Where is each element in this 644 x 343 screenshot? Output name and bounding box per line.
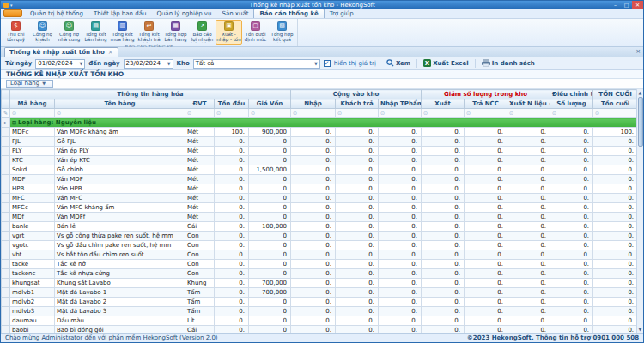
grid-cell[interactable]: 0. — [550, 128, 593, 137]
grid-cell[interactable]: 0. — [422, 307, 465, 316]
close-button[interactable]: ✕ — [632, 1, 643, 9]
grid-cell[interactable]: 0. — [336, 137, 379, 147]
grid-cell[interactable]: 0. — [422, 288, 465, 298]
grid-cell[interactable]: 0. — [379, 260, 422, 269]
grid-cell[interactable]: 0. — [379, 326, 422, 334]
grid-cell[interactable]: 0. — [336, 222, 379, 232]
menu-tab-4[interactable]: Báo cáo thống kê — [253, 9, 324, 18]
grid-cell[interactable]: Ván MDF — [55, 175, 185, 184]
grid-cell[interactable]: Vs bắt tôn đầu chìm ren suốt — [55, 250, 185, 260]
grid-cell[interactable]: 0. — [336, 241, 379, 250]
grid-cell[interactable]: vgotc — [10, 241, 55, 250]
grid-cell[interactable]: 0. — [465, 260, 507, 269]
grid-cell[interactable]: 0. — [465, 232, 507, 241]
grid-cell[interactable]: 0. — [465, 165, 507, 175]
grid-cell[interactable]: 0 — [249, 156, 291, 165]
grid-cell[interactable]: 0. — [422, 194, 465, 203]
grid-cell[interactable]: Con — [185, 260, 215, 269]
grid-cell[interactable]: Cái — [185, 222, 215, 232]
grid-cell[interactable]: 0. — [215, 250, 249, 260]
column-header[interactable]: Mã hàng — [10, 99, 55, 109]
grid-cell[interactable]: Mét — [185, 175, 215, 184]
filter-cell[interactable]: ⊙ — [55, 109, 185, 118]
grid-cell[interactable]: Con — [185, 269, 215, 279]
grid-cell[interactable]: 0. — [550, 222, 593, 232]
grid-cell[interactable]: 0. — [379, 175, 422, 184]
grid-cell[interactable]: 0. — [422, 269, 465, 279]
column-header[interactable]: Nhập TPhẩm ... — [379, 99, 422, 109]
grid-cell[interactable]: Mặt đá Lavabo 2 — [55, 298, 185, 307]
grid-cell[interactable]: 0 — [249, 213, 291, 222]
grid-cell[interactable]: vgrt — [10, 232, 55, 241]
grid-cell[interactable]: 0. — [291, 128, 336, 137]
grid-cell[interactable]: 0. — [336, 307, 379, 316]
grid-cell[interactable]: 0. — [422, 128, 465, 137]
grid-cell[interactable]: 0. — [422, 316, 465, 326]
grid-cell[interactable]: Tấm — [185, 288, 215, 298]
grid-cell[interactable]: 0 — [249, 137, 291, 147]
group-header-cell[interactable]: Điều chỉnh tồn — [550, 90, 593, 99]
grid-cell[interactable]: 0. — [465, 203, 507, 213]
document-tab-active[interactable]: Thống kê nhập xuất tồn kho × — [4, 47, 118, 57]
grid-cell[interactable]: 0 — [249, 194, 291, 203]
ribbon-button[interactable]: ☺Công nợ khách hàng — [29, 20, 56, 45]
grid-cell[interactable]: 0. — [291, 147, 336, 156]
grid-cell[interactable]: 0. — [422, 326, 465, 334]
column-header[interactable]: Tồn cuối — [593, 99, 638, 109]
menu-tab-1[interactable]: Thiết lập ban đầu — [88, 9, 151, 18]
grid-cell[interactable]: 0. — [291, 137, 336, 147]
grid-cell[interactable]: 0. — [550, 298, 593, 307]
grid-cell[interactable]: HPB — [10, 184, 55, 194]
grid-cell[interactable]: 0. — [550, 316, 593, 326]
grid-cell[interactable]: 0. — [593, 298, 638, 307]
grid-cell[interactable]: vbt — [10, 250, 55, 260]
grid-cell[interactable]: 0. — [593, 194, 638, 203]
grid-cell[interactable]: baobi — [10, 326, 55, 334]
grid-cell[interactable]: 0. — [336, 184, 379, 194]
column-header[interactable]: Khách trả — [336, 99, 379, 109]
grid-cell[interactable]: Ván MDFc kháng ẩm — [55, 128, 185, 137]
grid-cell[interactable]: 0 — [249, 326, 291, 334]
grid-cell[interactable]: 0. — [379, 156, 422, 165]
column-header[interactable]: Xuất — [422, 99, 465, 109]
grid-cell[interactable]: MDF — [10, 175, 55, 184]
grid-cell[interactable]: 0. — [379, 203, 422, 213]
grid-cell[interactable]: 0. — [379, 250, 422, 260]
show-values-checkbox[interactable]: ✓ — [324, 60, 331, 67]
grid-cell[interactable]: 0. — [422, 184, 465, 194]
grid-cell[interactable]: MFC — [10, 194, 55, 203]
grid-cell[interactable]: 0. — [465, 184, 507, 194]
grid-cell[interactable]: 0. — [593, 232, 638, 241]
grid-cell[interactable]: 0. — [550, 260, 593, 269]
group-header-cell[interactable]: Giảm số lượng trong kho — [422, 90, 550, 99]
grid-cell[interactable]: Mét — [185, 156, 215, 165]
grid-cell[interactable]: 0 — [249, 298, 291, 307]
menu-tab-0[interactable]: Quản trị hệ thống — [25, 9, 88, 18]
grid-cell[interactable]: 0. — [336, 165, 379, 175]
filter-cell[interactable]: ⊙ — [593, 109, 638, 118]
maximize-button[interactable]: □ — [621, 1, 632, 9]
grid-cell[interactable]: Gỗ FJL — [55, 137, 185, 147]
grid-cell[interactable]: 0. — [379, 288, 422, 298]
grid-cell[interactable]: khungsat — [10, 279, 55, 288]
grid-cell[interactable]: 0. — [465, 213, 507, 222]
filter-icon[interactable]: ⊙ — [337, 110, 342, 116]
quick-access-dropdown-icon[interactable]: ▾ — [10, 3, 13, 8]
grid-cell[interactable]: 0. — [336, 175, 379, 184]
scroll-down-icon[interactable]: ▼ — [639, 326, 642, 333]
grid-cell[interactable]: 0. — [507, 203, 550, 213]
grid-cell[interactable]: 0. — [379, 232, 422, 241]
grid-cell[interactable]: 0. — [465, 128, 507, 137]
grid-cell[interactable]: 0. — [291, 222, 336, 232]
grid-cell[interactable]: 0. — [507, 165, 550, 175]
grid-cell[interactable]: Bán lẻ — [55, 222, 185, 232]
group-header-cell[interactable]: Cộng vào kho — [291, 90, 422, 99]
grid-cell[interactable]: Bao bì đóng gói — [55, 326, 185, 334]
ribbon-button[interactable]: ↩Tổng kết khách trả hàng — [136, 20, 162, 45]
grid-cell[interactable]: 0. — [379, 137, 422, 147]
grid-cell[interactable]: 0. — [215, 165, 249, 175]
ribbon-button[interactable]: ▤Tổng kết bán hàng — [82, 20, 109, 45]
column-header[interactable]: Nhập — [291, 99, 336, 109]
grid-cell[interactable]: 0. — [507, 250, 550, 260]
grid-cell[interactable]: 0. — [379, 279, 422, 288]
